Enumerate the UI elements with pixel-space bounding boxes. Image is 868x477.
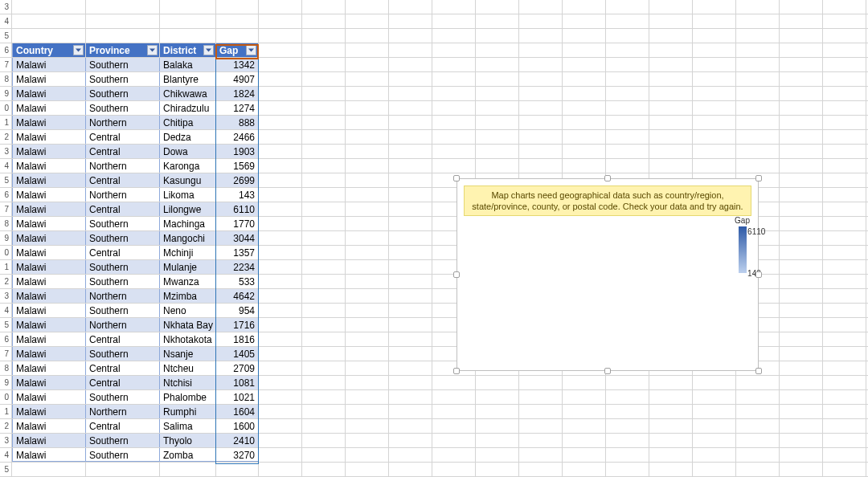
cell-country[interactable]: Malawi: [12, 231, 86, 245]
cell-gap[interactable]: 6110: [216, 202, 259, 216]
empty-cell[interactable]: [563, 72, 606, 86]
row-header[interactable]: 1: [0, 260, 12, 274]
cell-district[interactable]: Phalombe: [160, 390, 216, 404]
empty-cell[interactable]: [259, 87, 302, 100]
column-header-province[interactable]: Province: [86, 43, 160, 57]
row-header[interactable]: 4: [0, 448, 12, 462]
empty-cell[interactable]: [563, 145, 606, 158]
empty-cell[interactable]: [519, 72, 563, 86]
empty-cell[interactable]: [780, 202, 823, 216]
filter-button-country[interactable]: [73, 45, 84, 55]
row-header[interactable]: 0: [0, 246, 12, 259]
empty-cell[interactable]: [780, 289, 823, 303]
empty-cell[interactable]: [476, 29, 519, 43]
cell-gap[interactable]: 4642: [216, 289, 259, 303]
cell-gap[interactable]: 3270: [216, 448, 259, 462]
cell-province[interactable]: Central: [86, 173, 160, 187]
empty-cell[interactable]: [476, 87, 519, 100]
cell-country[interactable]: Malawi: [12, 173, 86, 187]
empty-cell[interactable]: [346, 58, 389, 71]
empty-cell[interactable]: [476, 434, 519, 447]
empty-cell[interactable]: [563, 101, 606, 115]
empty-cell[interactable]: [346, 72, 389, 86]
empty-cell[interactable]: [259, 173, 302, 187]
empty-cell[interactable]: [780, 58, 823, 71]
empty-cell[interactable]: [563, 43, 606, 57]
empty-cell[interactable]: [693, 145, 736, 158]
empty-cell[interactable]: [823, 116, 866, 129]
cell-country[interactable]: Malawi: [12, 116, 86, 129]
empty-cell[interactable]: [823, 289, 866, 303]
row-header[interactable]: 9: [0, 231, 12, 245]
empty-cell[interactable]: [780, 419, 823, 433]
cell-district[interactable]: Likoma: [160, 188, 216, 202]
empty-cell[interactable]: [346, 188, 389, 202]
empty-cell[interactable]: [823, 318, 866, 332]
empty-cell[interactable]: [302, 260, 346, 274]
empty-cell[interactable]: [389, 448, 432, 462]
empty-cell[interactable]: [432, 72, 476, 86]
empty-cell[interactable]: [780, 332, 823, 346]
empty-cell[interactable]: [86, 14, 160, 28]
empty-cell[interactable]: [693, 405, 736, 418]
empty-cell[interactable]: [563, 434, 606, 447]
empty-cell[interactable]: [780, 130, 823, 144]
empty-cell[interactable]: [302, 246, 346, 259]
empty-cell[interactable]: [736, 29, 780, 43]
empty-cell[interactable]: [606, 0, 649, 14]
cell-province[interactable]: Southern: [86, 87, 160, 100]
empty-cell[interactable]: [476, 101, 519, 115]
cell-country[interactable]: Malawi: [12, 332, 86, 346]
empty-cell[interactable]: [780, 318, 823, 332]
empty-cell[interactable]: [389, 390, 432, 404]
empty-cell[interactable]: [780, 14, 823, 28]
empty-cell[interactable]: [780, 173, 823, 187]
empty-cell[interactable]: [823, 390, 866, 404]
empty-cell[interactable]: [823, 275, 866, 288]
row-header[interactable]: 6: [0, 188, 12, 202]
empty-cell[interactable]: [389, 43, 432, 57]
filter-button-gap[interactable]: [246, 45, 256, 55]
empty-cell[interactable]: [346, 318, 389, 332]
cell-country[interactable]: Malawi: [12, 434, 86, 447]
empty-cell[interactable]: [606, 130, 649, 144]
empty-cell[interactable]: [302, 116, 346, 129]
empty-cell[interactable]: [432, 116, 476, 129]
empty-cell[interactable]: [432, 0, 476, 14]
empty-cell[interactable]: [736, 376, 780, 389]
empty-cell[interactable]: [389, 246, 432, 259]
empty-cell[interactable]: [302, 130, 346, 144]
empty-cell[interactable]: [736, 434, 780, 447]
cell-country[interactable]: Malawi: [12, 405, 86, 418]
empty-cell[interactable]: [476, 159, 519, 173]
resize-handle[interactable]: [453, 368, 460, 374]
empty-cell[interactable]: [302, 188, 346, 202]
empty-cell[interactable]: [649, 116, 693, 129]
empty-cell[interactable]: [216, 14, 259, 28]
empty-cell[interactable]: [476, 390, 519, 404]
filter-button-province[interactable]: [147, 45, 158, 55]
empty-cell[interactable]: [519, 376, 563, 389]
resize-handle[interactable]: [755, 175, 762, 181]
cell-gap[interactable]: 3044: [216, 231, 259, 245]
empty-cell[interactable]: [259, 145, 302, 158]
empty-cell[interactable]: [432, 448, 476, 462]
row-header[interactable]: 2: [0, 275, 12, 288]
empty-cell[interactable]: [649, 159, 693, 173]
empty-cell[interactable]: [259, 202, 302, 216]
empty-cell[interactable]: [823, 101, 866, 115]
empty-cell[interactable]: [823, 361, 866, 375]
cell-district[interactable]: Rumphi: [160, 405, 216, 418]
cell-gap[interactable]: 1081: [216, 376, 259, 389]
empty-cell[interactable]: [823, 0, 866, 14]
cell-country[interactable]: Malawi: [12, 390, 86, 404]
empty-cell[interactable]: [346, 101, 389, 115]
empty-cell[interactable]: [346, 275, 389, 288]
empty-cell[interactable]: [302, 463, 346, 476]
empty-cell[interactable]: [780, 188, 823, 202]
empty-cell[interactable]: [649, 448, 693, 462]
empty-cell[interactable]: [823, 43, 866, 57]
empty-cell[interactable]: [649, 43, 693, 57]
empty-cell[interactable]: [476, 419, 519, 433]
cell-gap[interactable]: 1816: [216, 332, 259, 346]
